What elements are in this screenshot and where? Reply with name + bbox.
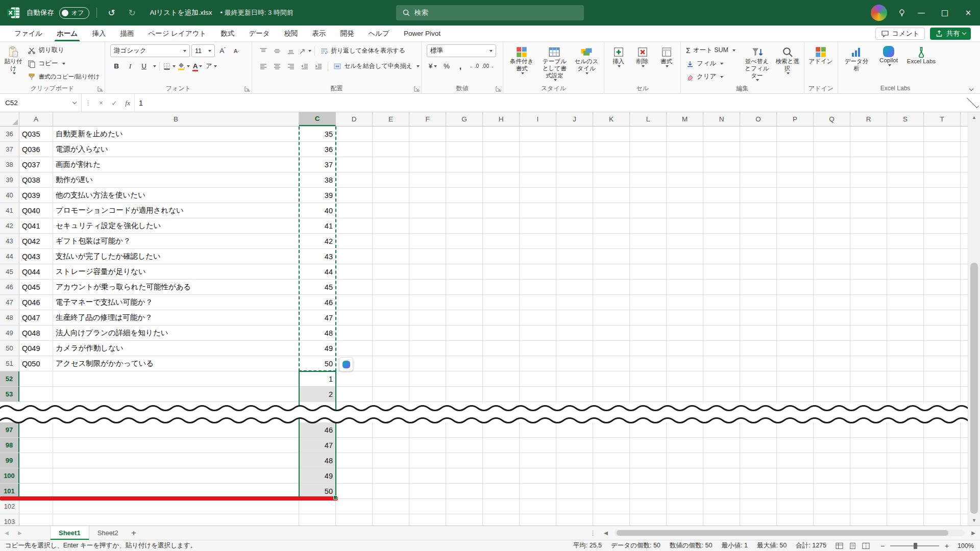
page-break-view-button[interactable] (861, 542, 870, 550)
row-header-42[interactable]: 42 (0, 218, 19, 233)
share-button[interactable]: 共有 (930, 28, 971, 40)
cell-A50[interactable]: Q049 (19, 341, 53, 356)
column-header-E[interactable]: E (373, 112, 409, 126)
align-middle-button[interactable] (271, 45, 283, 57)
cell-B53[interactable] (53, 387, 299, 402)
hscroll-right-icon[interactable]: ▶ (967, 526, 980, 540)
empty-cells-41[interactable] (336, 203, 968, 218)
ribbon-tab-数式[interactable]: 数式 (213, 26, 241, 41)
empty-cells-53[interactable] (336, 387, 968, 402)
empty-cells-42[interactable] (336, 218, 968, 233)
row-header-50[interactable]: 50 (0, 341, 19, 356)
ribbon-tab-ホーム[interactable]: ホーム (50, 26, 85, 41)
ribbon-tab-校閲[interactable]: 校閲 (277, 26, 305, 41)
cell-B37[interactable]: 電源が入らない (53, 142, 299, 157)
clear-button[interactable]: クリア (684, 70, 740, 83)
cell-B99[interactable] (53, 453, 299, 468)
ribbon-tab-表示[interactable]: 表示 (305, 26, 333, 41)
cell-A103[interactable] (19, 514, 53, 525)
cell-C45[interactable]: 44 (299, 264, 336, 279)
cell-B39[interactable]: 動作が遅い (53, 172, 299, 187)
font-dialog-launcher[interactable] (244, 86, 250, 92)
empty-cells-98[interactable] (336, 438, 968, 453)
cell-B51[interactable]: アクセス制限がかかっている (53, 356, 299, 371)
font-name-select[interactable]: 游ゴシック (110, 44, 190, 57)
maximize-button[interactable]: □ (933, 0, 957, 26)
page-layout-view-button[interactable] (848, 542, 857, 550)
search-box[interactable]: 検索 (396, 5, 584, 20)
empty-cells-37[interactable] (336, 142, 968, 157)
ribbon-tab-データ[interactable]: データ (241, 26, 277, 41)
row-header-46[interactable]: 46 (0, 280, 19, 294)
ribbon-tab-ファイル[interactable]: ファイル (7, 26, 50, 41)
column-header-P[interactable]: P (777, 112, 814, 126)
row-header-45[interactable]: 45 (0, 264, 19, 279)
wrap-text-button[interactable]: 折り返して全体を表示する (318, 44, 407, 57)
underline-button[interactable]: U (138, 60, 150, 72)
delete-cells-button[interactable]: 削除 (631, 44, 653, 83)
cell-B36[interactable]: 自動更新を止めたい (53, 127, 299, 141)
empty-cells-52[interactable] (336, 371, 968, 386)
insert-cells-button[interactable]: 挿入 (607, 44, 629, 83)
autosum-button[interactable]: Σ オート SUM (684, 44, 740, 57)
column-header-K[interactable]: K (593, 112, 630, 126)
phonetic-button[interactable]: ア (205, 60, 217, 72)
cell-B103[interactable] (53, 514, 299, 525)
hscroll-left-icon[interactable]: ◀ (599, 526, 612, 540)
close-button[interactable]: × (957, 0, 980, 26)
lightbulb-icon[interactable] (894, 5, 910, 20)
row-header-52[interactable]: 52 (0, 371, 19, 386)
empty-cells-50[interactable] (336, 341, 968, 356)
redo-button[interactable]: ↻ (125, 5, 140, 20)
row-header-99[interactable]: 99 (0, 453, 19, 468)
select-all-corner[interactable] (0, 112, 19, 126)
row-header-47[interactable]: 47 (0, 295, 19, 310)
ribbon-tab-ヘルプ[interactable]: ヘルプ (361, 26, 397, 41)
empty-cells-51[interactable] (336, 356, 968, 371)
ribbon-tab-開発[interactable]: 開発 (333, 26, 361, 41)
cell-C43[interactable]: 42 (299, 234, 336, 248)
cell-C42[interactable]: 41 (299, 218, 336, 233)
document-title[interactable]: AIリストを追加.xlsx (150, 8, 212, 17)
column-header-A[interactable]: A (19, 112, 53, 126)
row-header-98[interactable]: 98 (0, 438, 19, 453)
decrease-decimal-button[interactable]: .00→ (482, 60, 494, 72)
comments-button[interactable]: コメント (875, 28, 925, 40)
cell-C38[interactable]: 37 (299, 157, 336, 172)
align-center-button[interactable] (271, 60, 283, 72)
cell-B42[interactable]: セキュリティ設定を強化したい (53, 218, 299, 233)
find-select-button[interactable]: 検索と選択 (774, 44, 801, 83)
cell-B52[interactable] (53, 371, 299, 386)
column-header-F[interactable]: F (409, 112, 446, 126)
bold-button[interactable]: B (110, 60, 122, 72)
cell-B49[interactable]: 法人向けプランの詳細を知りたい (53, 325, 299, 340)
minimize-button[interactable]: — (910, 0, 933, 26)
horizontal-scrollbar[interactable] (615, 530, 965, 536)
empty-cells-48[interactable] (336, 310, 968, 325)
merge-center-button[interactable]: セルを結合して中央揃え (331, 60, 422, 72)
ribbon-tab-描画[interactable]: 描画 (113, 26, 141, 41)
cell-C103[interactable] (299, 514, 336, 525)
column-header-N[interactable]: N (703, 112, 740, 126)
cell-C37[interactable]: 36 (299, 142, 336, 157)
cell-B102[interactable] (53, 499, 299, 514)
status-stat[interactable]: 合計: 1275 (796, 541, 826, 550)
cell-A98[interactable] (19, 438, 53, 453)
empty-cells-49[interactable] (336, 325, 968, 340)
cell-A44[interactable]: Q043 (19, 249, 53, 264)
decrease-font-size-button[interactable]: Aˇ (230, 45, 242, 57)
cancel-icon[interactable]: × (94, 96, 108, 110)
zoom-out-button[interactable]: − (878, 542, 887, 550)
column-header-J[interactable]: J (556, 112, 593, 126)
autosave-toggle[interactable]: オフ (59, 7, 89, 19)
align-right-button[interactable] (285, 60, 297, 72)
ribbon-tab-挿入[interactable]: 挿入 (85, 26, 113, 41)
decrease-indent-button[interactable] (299, 60, 311, 72)
column-header-T[interactable]: T (924, 112, 961, 126)
row-header-102[interactable]: 102 (0, 499, 19, 514)
cell-C98[interactable]: 47 (299, 438, 336, 453)
increase-indent-button[interactable] (312, 60, 325, 72)
zoom-slider[interactable] (890, 545, 939, 546)
cell-A45[interactable]: Q044 (19, 264, 53, 279)
cell-B48[interactable]: 生産終了品の修理は可能か？ (53, 310, 299, 325)
